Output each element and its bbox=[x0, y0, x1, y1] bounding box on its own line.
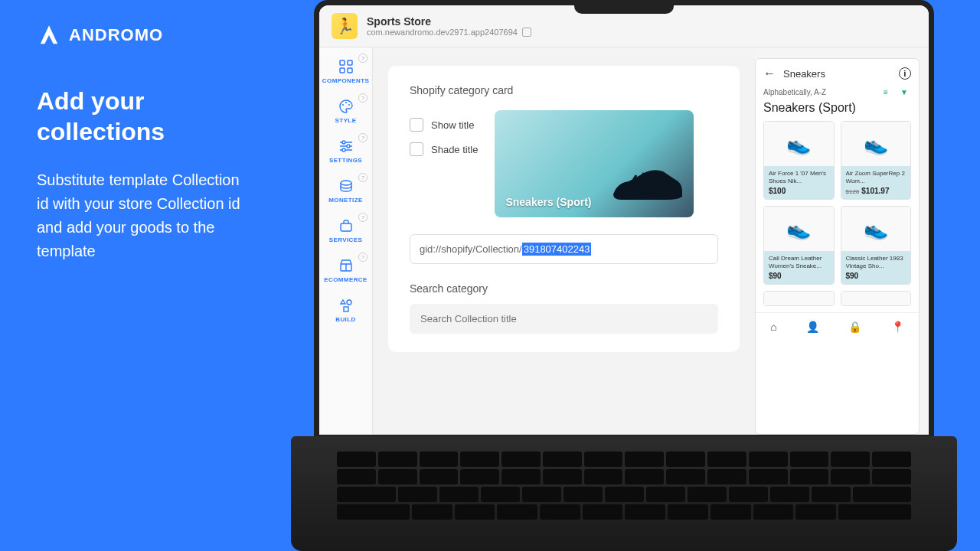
sort-label[interactable]: Alphabetically, A-Z bbox=[763, 88, 826, 96]
location-icon[interactable]: 📍 bbox=[891, 321, 904, 333]
sidebar-item-components[interactable]: ? COMPONENTS bbox=[319, 52, 372, 92]
brand-name: ANDROMO bbox=[69, 25, 163, 45]
back-arrow-icon[interactable]: ← bbox=[763, 67, 776, 80]
product-price: $90 bbox=[769, 272, 829, 280]
help-icon[interactable]: ? bbox=[358, 133, 368, 142]
product-card[interactable]: 👟 bbox=[763, 291, 835, 306]
svg-rect-18 bbox=[344, 307, 348, 311]
coins-icon bbox=[338, 178, 354, 194]
info-icon[interactable]: i bbox=[899, 67, 911, 80]
bag-icon[interactable]: 🔒 bbox=[848, 321, 861, 333]
show-title-checkbox[interactable]: Show title bbox=[410, 118, 478, 132]
checkbox-label: Show title bbox=[431, 119, 474, 131]
product-image: 👟 bbox=[841, 207, 911, 251]
help-icon[interactable]: ? bbox=[358, 253, 368, 262]
svg-point-5 bbox=[345, 102, 347, 103]
sidebar-item-build[interactable]: BUILD bbox=[319, 291, 372, 331]
app-package: com.newandromo.dev2971.app2407694 bbox=[367, 28, 518, 37]
svg-point-8 bbox=[342, 141, 345, 144]
help-icon[interactable]: ? bbox=[358, 173, 368, 182]
search-section-title: Search category bbox=[410, 282, 718, 295]
filter-icon[interactable]: ▼ bbox=[900, 88, 911, 96]
gid-prefix: gid://shopify/Collection/ bbox=[420, 243, 522, 255]
product-card[interactable]: 👟 Cali Dream Leather Women's Sneake... $… bbox=[763, 206, 835, 285]
sidebar-item-settings[interactable]: ? SETTINGS bbox=[319, 132, 372, 171]
phone-header-title: Sneakers bbox=[783, 68, 891, 80]
help-icon[interactable]: ? bbox=[358, 54, 368, 63]
category-preview: Sneakers (Sport) bbox=[495, 110, 694, 217]
sidebar-item-monetize[interactable]: ? MONETIZE bbox=[319, 171, 372, 211]
checkbox-icon bbox=[410, 142, 423, 156]
help-icon[interactable]: ? bbox=[358, 213, 368, 222]
shopify-category-card: Shopify category card Show title Shade t… bbox=[388, 66, 740, 352]
sliders-icon bbox=[338, 138, 354, 155]
sidebar-item-label: STYLE bbox=[335, 117, 357, 124]
product-old-price: $120 bbox=[846, 188, 860, 195]
sidebar-item-ecommerce[interactable]: ? ECOMMERCE bbox=[319, 251, 372, 291]
product-price: $90 bbox=[846, 272, 906, 280]
section-title: Shopify category card bbox=[410, 84, 718, 96]
bottom-nav: ⌂ 👤 🔒 📍 bbox=[756, 312, 919, 339]
product-card[interactable]: 👟 Air Force 1 '07 Men's Shoes Nik... $10… bbox=[763, 121, 835, 200]
svg-rect-3 bbox=[348, 68, 352, 73]
sidebar-item-services[interactable]: ? SERVICES bbox=[319, 211, 372, 251]
product-image: 👟 bbox=[764, 122, 834, 166]
svg-rect-14 bbox=[341, 223, 351, 231]
brand-logo: ANDROMO bbox=[37, 23, 251, 47]
shapes-icon bbox=[338, 297, 354, 314]
store-icon bbox=[338, 257, 354, 274]
checkbox-label: Shade title bbox=[431, 144, 478, 155]
andromo-logo-icon bbox=[37, 23, 61, 47]
app-title: Sports Store bbox=[367, 15, 531, 28]
svg-rect-0 bbox=[340, 60, 345, 65]
product-card[interactable]: 👟 Air Zoom SuperRep 2 Wom... $120$101.97 bbox=[841, 121, 912, 200]
product-card[interactable]: 👟 Classic Leather 1983 Vintage Sho... $9… bbox=[841, 206, 912, 285]
collection-id-input[interactable]: gid://shopify/Collection/391807402243 bbox=[410, 234, 718, 264]
phone-preview: ← Sneakers i Alphabetically, A-Z ≡ ▼ Sne… bbox=[755, 58, 920, 435]
headline: Add your collections bbox=[37, 86, 251, 147]
home-icon[interactable]: ⌂ bbox=[770, 321, 776, 333]
copy-icon[interactable] bbox=[522, 28, 531, 37]
product-price: $100 bbox=[769, 187, 829, 195]
sidebar-item-style[interactable]: ? STYLE bbox=[319, 92, 372, 132]
svg-rect-1 bbox=[348, 60, 352, 65]
laptop-mockup: 🏃 Sports Store com.newandromo.dev2971.ap… bbox=[291, 0, 957, 551]
product-price: $101.97 bbox=[861, 187, 889, 195]
product-card[interactable]: 👟 bbox=[841, 291, 912, 306]
svg-point-10 bbox=[347, 145, 350, 148]
svg-point-13 bbox=[341, 181, 351, 185]
svg-point-6 bbox=[348, 104, 350, 106]
sidebar-item-label: ECOMMERCE bbox=[324, 276, 368, 283]
product-image: 👟 bbox=[764, 207, 834, 251]
sidebar-item-label: COMPONENTS bbox=[322, 77, 369, 84]
product-image: 👟 bbox=[841, 292, 911, 306]
palette-icon bbox=[338, 98, 354, 115]
product-image: 👟 bbox=[764, 292, 834, 306]
checkbox-icon bbox=[410, 118, 423, 132]
grid-icon bbox=[338, 58, 354, 75]
user-icon[interactable]: 👤 bbox=[806, 321, 819, 333]
product-name: Classic Leather 1983 Vintage Sho... bbox=[846, 255, 906, 270]
sneaker-icon bbox=[609, 160, 686, 206]
search-collection-input[interactable] bbox=[410, 304, 718, 334]
sort-icon[interactable]: ≡ bbox=[884, 88, 894, 96]
svg-point-4 bbox=[342, 104, 344, 106]
svg-point-17 bbox=[347, 300, 351, 305]
help-icon[interactable]: ? bbox=[358, 93, 368, 103]
sidebar-item-label: SERVICES bbox=[329, 236, 363, 243]
product-name: Air Zoom SuperRep 2 Wom... bbox=[846, 170, 906, 185]
app-icon: 🏃 bbox=[332, 13, 358, 39]
briefcase-icon bbox=[338, 217, 354, 234]
gid-selected-value: 391807402243 bbox=[522, 243, 592, 256]
sidebar-item-label: MONETIZE bbox=[328, 197, 363, 204]
shade-title-checkbox[interactable]: Shade title bbox=[410, 142, 478, 156]
sidebar-item-label: BUILD bbox=[335, 316, 355, 323]
product-name: Cali Dream Leather Women's Sneake... bbox=[769, 255, 829, 270]
subtext: Substitute template Collection id with y… bbox=[37, 168, 251, 263]
product-image: 👟 bbox=[841, 122, 911, 166]
svg-rect-2 bbox=[340, 68, 345, 73]
left-sidebar: ? COMPONENTS ? STYLE ? SETTINGS bbox=[319, 47, 373, 435]
product-name: Air Force 1 '07 Men's Shoes Nik... bbox=[769, 170, 829, 185]
sidebar-item-label: SETTINGS bbox=[329, 157, 362, 164]
preview-label: Sneakers (Sport) bbox=[505, 196, 591, 208]
